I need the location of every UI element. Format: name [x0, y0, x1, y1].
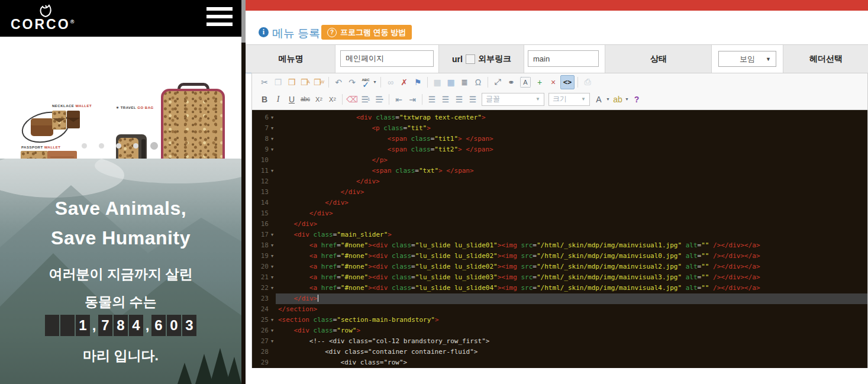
paste-word-icon[interactable]: ❒W: [312, 76, 325, 89]
slider-dot[interactable]: [99, 143, 104, 149]
line-number: 15: [252, 208, 269, 219]
slider-dot[interactable]: [116, 143, 121, 149]
program-link-help-button[interactable]: ? 프로그램 연동 방법: [321, 25, 412, 40]
text-color-icon-caret[interactable]: ▼: [606, 97, 611, 101]
code-line-27: 27▼<!-- <div class="col-12 brandstory_ro…: [252, 336, 867, 347]
line-number: 25: [252, 315, 269, 325]
fold-caret-icon[interactable]: ▼: [269, 144, 276, 155]
preview-scrollbar[interactable]: [241, 0, 246, 384]
source-icon[interactable]: <>: [560, 75, 575, 89]
menu-icon[interactable]: [206, 7, 233, 30]
align-right-icon[interactable]: ☰: [453, 93, 466, 106]
underline-icon[interactable]: U: [285, 93, 298, 106]
special-char-icon[interactable]: Ω: [472, 76, 485, 89]
highlight-color-icon-caret[interactable]: ▼: [625, 97, 630, 101]
code-line-16: 16</div>: [252, 219, 867, 230]
fold-caret-icon[interactable]: ▼: [269, 262, 276, 272]
hero-subtitle-2: 동물의 수는: [0, 293, 241, 311]
fold-caret-icon[interactable]: ▼: [269, 283, 276, 293]
superscript-icon[interactable]: X2: [326, 93, 339, 106]
external-link-checkbox[interactable]: [466, 54, 475, 64]
fold-caret-icon[interactable]: ▼: [269, 315, 276, 325]
slider-dot[interactable]: [150, 142, 158, 150]
subscript-icon[interactable]: X2: [312, 93, 325, 106]
maximize-icon[interactable]: ⤢: [491, 76, 504, 89]
strike-icon[interactable]: abc: [299, 93, 312, 106]
cut-icon[interactable]: ✂: [258, 76, 271, 89]
fold-caret-icon[interactable]: ▼: [269, 123, 276, 134]
find-icon[interactable]: ⚭: [505, 76, 518, 89]
line-number: 19: [252, 251, 269, 262]
table-icon[interactable]: ▦: [444, 76, 457, 89]
slider-dot[interactable]: [82, 143, 87, 149]
spellcheck-icon[interactable]: ABC✓: [359, 76, 372, 89]
url-input[interactable]: [528, 50, 599, 67]
code-line-8: 8▼<span class="tit1"> </span>: [252, 134, 867, 144]
chevron-down-icon: ▼: [766, 56, 771, 62]
fold-caret-icon[interactable]: ▼: [269, 251, 276, 262]
align-left-icon[interactable]: ☰: [425, 93, 438, 106]
toolbar-separator: [389, 94, 389, 105]
redo-icon[interactable]: ↷: [346, 76, 359, 89]
product-slider[interactable]: NECKLACE WALLET PASSPORT WALLET ✶ TRAVEL…: [0, 37, 241, 159]
corco-logo[interactable]: CORCO®: [11, 2, 82, 34]
fold-caret-icon[interactable]: ▼: [269, 336, 276, 347]
select-all-icon[interactable]: A: [520, 77, 531, 88]
screen: CORCO® NECKLACE WALLET PASSPORT WALLET ✶…: [0, 0, 868, 384]
align-center-icon[interactable]: ☰: [439, 93, 452, 106]
fold-caret-icon[interactable]: ▼: [269, 272, 276, 283]
fold-caret-icon[interactable]: ▼: [269, 325, 276, 336]
copy-icon[interactable]: ❐: [272, 76, 285, 89]
fold-caret-icon[interactable]: ▼: [269, 134, 276, 144]
highlight-color-icon[interactable]: ab: [611, 93, 624, 106]
code-line-13: 13</div>: [252, 187, 867, 198]
html-source-editor: ✂❐❒❒A❒W↶↷ABC✓▼∞✗⚑▦▦≣Ω⤢⚭A+×<>⎙ BIUabcX2X2…: [251, 73, 868, 368]
indent-icon[interactable]: ⇥: [406, 93, 419, 106]
bold-icon[interactable]: B: [258, 93, 271, 106]
link-icon[interactable]: ∞: [384, 76, 397, 89]
status-select[interactable]: 보임▼: [718, 51, 776, 67]
source-code-area[interactable]: 6▼<div class="txtwrap text-center">7▼<p …: [252, 110, 867, 368]
fold-caret-icon[interactable]: ▼: [269, 240, 276, 251]
page-break-icon[interactable]: ≣: [458, 76, 471, 89]
paste-icon[interactable]: ❒: [285, 76, 298, 89]
unlink-icon[interactable]: ✗: [398, 76, 411, 89]
about-icon[interactable]: ?: [630, 93, 643, 106]
paste-text-icon[interactable]: ❒A: [299, 76, 312, 89]
slider-dots[interactable]: [82, 142, 176, 150]
undo-icon[interactable]: ↶: [332, 76, 345, 89]
header-select-label-cell: 헤더선택: [783, 45, 868, 73]
remove-comment-icon[interactable]: ×: [547, 76, 560, 89]
slider-dot[interactable]: [133, 143, 138, 149]
print-icon[interactable]: ⎙: [581, 76, 594, 89]
fold-caret-icon[interactable]: ▼: [269, 230, 276, 240]
italic-icon[interactable]: I: [272, 93, 285, 106]
remove-format-icon[interactable]: ⌫: [346, 93, 359, 106]
add-comment-icon[interactable]: +: [533, 76, 546, 89]
hero-title-line1: Save Animals,: [0, 198, 241, 220]
size-combo[interactable]: 크기▼: [548, 93, 590, 106]
scrollbar-thumb[interactable]: [241, 0, 246, 43]
outdent-icon[interactable]: ⇤: [392, 93, 405, 106]
code-line-9: 9▼<span class="tit2"> </span>: [252, 144, 867, 155]
fold-caret-empty: [269, 198, 276, 208]
fold-caret-icon[interactable]: ▼: [269, 112, 276, 123]
text-color-icon[interactable]: A: [592, 93, 605, 106]
hero-subtitle-3: 마리 입니다.: [0, 347, 241, 365]
image-icon[interactable]: ▦: [431, 76, 444, 89]
line-number: 10: [252, 155, 269, 166]
fold-caret-icon[interactable]: ▼: [269, 166, 276, 176]
numbered-list-icon[interactable]: ☰1: [359, 93, 372, 106]
bulleted-list-icon[interactable]: ☰•: [373, 93, 386, 106]
anchor-flag-icon[interactable]: ⚑: [411, 76, 424, 89]
spellcheck-icon-caret[interactable]: ▼: [373, 80, 377, 84]
line-number: 13: [252, 187, 269, 198]
status-select-cell: 보임▼: [711, 45, 783, 73]
page-title: 메뉴 등록: [272, 26, 320, 41]
align-justify-icon[interactable]: ☰: [466, 93, 479, 106]
menu-name-input[interactable]: [340, 50, 434, 67]
text-cursor: [318, 295, 318, 302]
code-line-14: 14</div>: [252, 198, 867, 208]
font-combo[interactable]: 글꼴▼: [482, 93, 544, 106]
line-number: 27: [252, 336, 269, 347]
